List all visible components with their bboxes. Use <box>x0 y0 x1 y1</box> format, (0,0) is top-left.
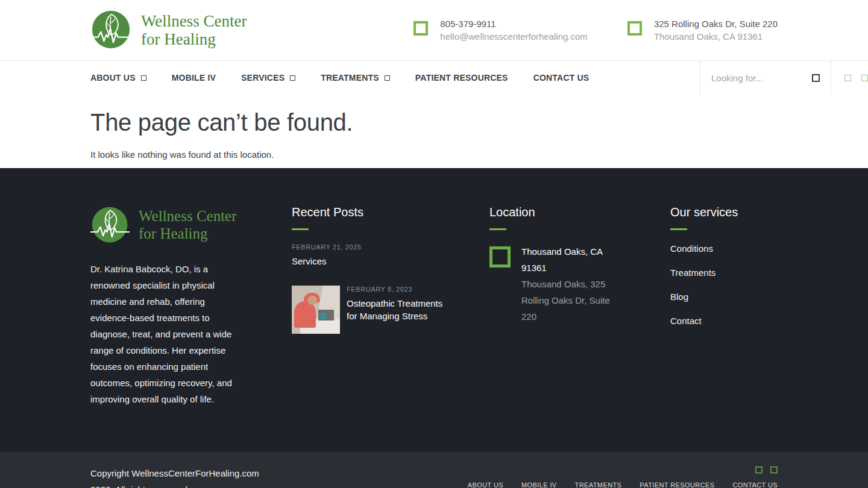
brand-name-line1: Wellness Center <box>141 12 247 30</box>
post-title-link[interactable]: Osteopathic Treatments for Managing Stre… <box>347 297 455 322</box>
address-line1: 325 Rolling Oaks Dr, Suite 220 <box>654 17 778 30</box>
phone-number[interactable]: 805-379-9911 <box>440 17 588 30</box>
heading-accent <box>489 228 506 230</box>
copyright-line2: 2026. All rights reserved. <box>90 481 259 488</box>
email-address[interactable]: hello@wellnesscenterforhealing.com <box>440 30 588 43</box>
footer-recent-posts-column: Recent Posts FEBRUARY 21, 2025 Services … <box>292 205 489 452</box>
thumb-person <box>294 301 316 328</box>
location-icon <box>627 21 642 36</box>
footer-location-column: Location Thousand Oaks, CA 91361 Thousan… <box>489 205 670 452</box>
search-icon[interactable] <box>812 74 820 82</box>
footer-link-treatments[interactable]: Treatments <box>670 267 778 278</box>
phone-contact: 805-379-9911 hello@wellnesscenterforheal… <box>414 17 588 43</box>
location-line1: Thousand Oaks, CA 91361 <box>521 243 624 276</box>
brand-name: Wellness Center for Healing <box>141 12 247 48</box>
services-heading: Our services <box>670 205 778 219</box>
site-footer: Wellness Center for Healing Dr. Katrina … <box>0 168 868 452</box>
footer-social-links <box>755 466 778 474</box>
nav-item-patient-resources[interactable]: PATIENT RESOURCES <box>415 73 508 83</box>
social-icon[interactable] <box>844 75 851 81</box>
brand-name-line1: Wellness Center <box>139 208 237 225</box>
nav-item-label: MOBILE IV <box>172 73 216 83</box>
heading-accent <box>292 228 309 230</box>
footer-link-contact[interactable]: Contact <box>670 316 778 326</box>
dropdown-caret-icon <box>385 75 390 81</box>
nav-item-services[interactable]: SERVICES <box>241 73 295 83</box>
search-box <box>700 61 831 95</box>
bottom-link-mobile-iv[interactable]: MOBILE IV <box>521 481 557 488</box>
dropdown-caret-icon <box>141 75 146 81</box>
recent-posts-heading: Recent Posts <box>292 205 489 219</box>
social-icon[interactable] <box>755 466 763 474</box>
footer-about-column: Wellness Center for Healing Dr. Katrina … <box>90 205 292 452</box>
site-header: Wellness Center for Healing 805-379-9911… <box>0 0 868 60</box>
thumb-cup <box>321 313 326 319</box>
nav-item-label: CONTACT US <box>533 73 590 83</box>
footer-brand-logo[interactable]: Wellness Center for Healing <box>90 205 292 245</box>
thumb-head <box>307 296 317 305</box>
bottom-bar: Copyright WellnessCenterForHealing.com 2… <box>0 452 868 488</box>
location-line2: Thousand Oaks, 325 Rolling Oaks Dr, Suit… <box>521 276 624 325</box>
page-subtitle: It looks like nothing was found at this … <box>90 149 778 160</box>
nav-item-label: PATIENT RESOURCES <box>415 73 508 83</box>
copyright-text: Copyright WellnessCenterForHealing.com 2… <box>90 465 259 488</box>
leaf-ekg-icon <box>90 9 133 51</box>
post-date: FEBRUARY 8, 2023 <box>347 286 455 293</box>
recent-post: FEBRUARY 21, 2025 Services <box>292 243 489 267</box>
bottom-link-contact-us[interactable]: CONTACT US <box>733 481 778 488</box>
nav-item-label: ABOUT US <box>90 73 136 83</box>
nav-item-treatments[interactable]: TREATMENTS <box>321 73 390 83</box>
map-pin-icon <box>489 246 511 267</box>
address-contact: 325 Rolling Oaks Dr, Suite 220 Thousand … <box>627 17 778 43</box>
bottom-link-about-us[interactable]: ABOUT US <box>468 481 503 488</box>
main-content: The page can’t be found. It looks like n… <box>0 95 868 168</box>
heading-accent <box>670 228 687 230</box>
brand-name-line2: for Healing <box>141 30 247 48</box>
page-title: The page can’t be found. <box>90 109 778 136</box>
main-navbar: ABOUT US MOBILE IV SERVICES TREATMENTS P… <box>0 60 868 95</box>
social-icon[interactable] <box>770 466 778 474</box>
footer-services-column: Our services Conditions Treatments Blog … <box>670 205 778 452</box>
post-title-link[interactable]: Services <box>292 255 489 267</box>
footer-about-text: Dr. Katrina Babcock, DO, is a renowned s… <box>90 261 242 407</box>
nav-item-label: SERVICES <box>241 73 285 83</box>
recent-post: FEBRUARY 8, 2023 Osteopathic Treatments … <box>292 286 489 334</box>
post-thumbnail[interactable] <box>292 286 340 334</box>
location-heading: Location <box>489 205 670 219</box>
brand-name-line2: for Healing <box>139 225 237 243</box>
post-date: FEBRUARY 21, 2025 <box>292 243 489 251</box>
bottom-nav-links: ABOUT US MOBILE IV TREATMENTS PATIENT RE… <box>468 481 778 488</box>
social-icon[interactable] <box>861 75 868 81</box>
bottom-link-patient-resources[interactable]: PATIENT RESOURCES <box>640 481 714 488</box>
footer-link-conditions[interactable]: Conditions <box>670 243 778 254</box>
search-input[interactable] <box>711 73 806 83</box>
footer-link-blog[interactable]: Blog <box>670 292 778 302</box>
dropdown-caret-icon <box>290 75 295 81</box>
header-social-links <box>831 61 868 95</box>
bottom-link-treatments[interactable]: TREATMENTS <box>575 481 622 488</box>
copyright-line1: Copyright WellnessCenterForHealing.com <box>90 465 259 481</box>
brand-logo[interactable]: Wellness Center for Healing <box>90 9 247 51</box>
phone-icon <box>414 21 428 36</box>
header-contacts: 805-379-9911 hello@wellnesscenterforheal… <box>414 17 778 43</box>
leaf-ekg-icon <box>90 205 130 245</box>
nav-item-mobile-iv[interactable]: MOBILE IV <box>172 73 216 83</box>
nav-links: ABOUT US MOBILE IV SERVICES TREATMENTS P… <box>0 61 700 95</box>
address-line2: Thousand Oaks, CA 91361 <box>654 30 778 43</box>
footer-brand-name: Wellness Center for Healing <box>139 208 237 243</box>
nav-item-label: TREATMENTS <box>321 73 379 83</box>
nav-item-contact-us[interactable]: CONTACT US <box>533 73 590 83</box>
nav-item-about-us[interactable]: ABOUT US <box>90 73 146 83</box>
